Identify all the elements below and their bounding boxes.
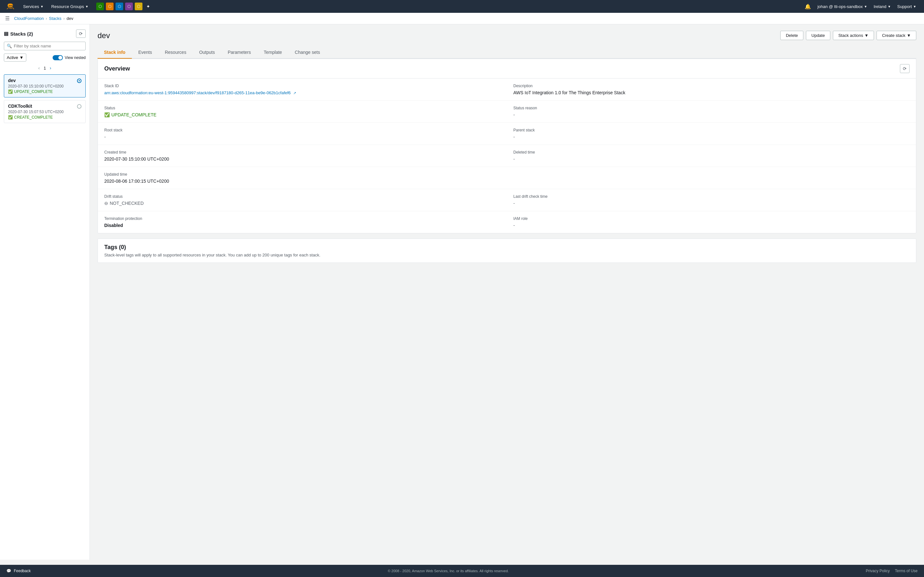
services-menu[interactable]: Services ▼ xyxy=(21,4,46,9)
status-reason-value: - xyxy=(513,112,909,117)
root-stack-value: - xyxy=(104,134,501,139)
tags-section: Tags (0) Stack-level tags will apply to … xyxy=(97,239,916,263)
region-menu[interactable]: Ireland ▼ xyxy=(871,4,893,9)
stack-item-cdktoolkit[interactable]: CDKToolkit 2020-07-30 15:07:53 UTC+0200 … xyxy=(4,100,86,123)
termination-cell: Termination protection Disabled xyxy=(98,211,507,233)
quick-icon-2[interactable]: ⬡ xyxy=(106,3,113,10)
tab-events[interactable]: Events xyxy=(132,47,158,59)
tab-change-sets[interactable]: Change sets xyxy=(288,47,326,59)
overview-refresh-button[interactable]: ⟳ xyxy=(900,64,909,73)
notification-bell-icon[interactable]: 🔔 xyxy=(804,3,811,10)
footer-links: Privacy Policy Terms of Use xyxy=(866,569,918,573)
user-menu[interactable]: johan @ tti-ops-sandbox ▼ xyxy=(815,4,870,9)
breadcrumb-cloudformation[interactable]: CloudFormation xyxy=(14,16,44,21)
drift-status-value: ⊖ NOT_CHECKED xyxy=(104,201,501,206)
update-button[interactable]: Update xyxy=(806,31,830,40)
filter-bar: Active ▼ View nested xyxy=(4,53,86,61)
termination-label: Termination protection xyxy=(104,216,501,221)
terms-of-use-link[interactable]: Terms of Use xyxy=(895,569,918,573)
iam-role-label: IAM role xyxy=(513,216,909,221)
stack-item-dev-name: dev xyxy=(8,78,74,83)
quick-icon-5[interactable]: ⬡ xyxy=(135,3,142,10)
prev-page-button[interactable]: ‹ xyxy=(37,65,41,71)
resource-groups-menu[interactable]: Resource Groups ▼ xyxy=(49,4,91,9)
update-complete-icon: ✅ xyxy=(8,89,13,94)
overview-title: Overview xyxy=(104,65,130,72)
status-filter-dropdown[interactable]: Active ▼ xyxy=(4,53,26,61)
parent-stack-value: - xyxy=(513,134,909,139)
create-stack-button[interactable]: Create stack ▼ xyxy=(877,31,916,40)
page-title: dev xyxy=(97,31,110,40)
created-time-value: 2020-07-30 15:10:00 UTC+0200 xyxy=(104,156,501,161)
overview-panel: Overview ⟳ Stack ID arn:aws:cloudformati… xyxy=(97,59,916,234)
tags-title: Tags (0) xyxy=(104,244,909,251)
status-check-icon: ✅ xyxy=(104,112,110,117)
status-cell: Status ✅ UPDATE_COMPLETE xyxy=(98,101,507,123)
main-layout: ▤ Stacks (2) ⟳ 🔍 Active ▼ View nested ‹ … xyxy=(0,24,924,576)
services-chevron: ▼ xyxy=(40,5,44,8)
top-navigation: aws Services ▼ Resource Groups ▼ ⬡ ⬡ ⬡ ⬡… xyxy=(0,0,924,13)
updated-time-value: 2020-08-06 17:00:15 UTC+0200 xyxy=(104,179,501,184)
aws-logo[interactable]: aws xyxy=(5,1,15,11)
updated-time-label: Updated time xyxy=(104,172,501,177)
info-grid: Stack ID arn:aws:cloudformation:eu-west-… xyxy=(98,79,916,233)
drift-status-cell: Drift status ⊖ NOT_CHECKED xyxy=(98,189,507,211)
sidebar-toggle-icon[interactable]: ☰ xyxy=(5,15,10,21)
status-reason-cell: Status reason - xyxy=(507,101,916,123)
sidebar-title: ▤ Stacks (2) xyxy=(4,31,33,37)
stack-item-dev[interactable]: dev 2020-07-30 15:10:00 UTC+0200 ✅ UPDAT… xyxy=(4,74,86,97)
deleted-time-value: - xyxy=(513,156,909,161)
pagination: ‹ 1 › xyxy=(4,65,86,71)
updated-time-empty xyxy=(507,167,916,189)
search-box[interactable]: 🔍 xyxy=(4,42,86,50)
created-time-label: Created time xyxy=(104,150,501,155)
quick-icon-3[interactable]: ⬡ xyxy=(115,3,123,10)
search-input[interactable] xyxy=(14,44,83,48)
main-content: dev Delete Update Stack actions ▼ Create… xyxy=(90,24,924,560)
quick-icon-1[interactable]: ⬡ xyxy=(96,3,104,10)
sidebar-header: ▤ Stacks (2) ⟳ xyxy=(4,29,86,38)
drift-status-label: Drift status xyxy=(104,194,501,199)
iam-role-value: - xyxy=(513,223,909,228)
delete-button[interactable]: Delete xyxy=(780,31,803,40)
tab-template[interactable]: Template xyxy=(257,47,288,59)
quick-icon-4[interactable]: ⬡ xyxy=(125,3,133,10)
user-menu-chevron: ▼ xyxy=(864,5,867,8)
panel-header: Overview ⟳ xyxy=(98,59,916,79)
tab-parameters[interactable]: Parameters xyxy=(221,47,257,59)
sidebar-refresh-button[interactable]: ⟳ xyxy=(76,29,86,38)
footer-feedback[interactable]: 💬 Feedback xyxy=(6,569,31,573)
view-nested-toggle[interactable]: View nested xyxy=(53,55,86,60)
status-reason-label: Status reason xyxy=(513,106,909,110)
bookmark-icon[interactable]: ✦ xyxy=(144,3,152,10)
privacy-policy-link[interactable]: Privacy Policy xyxy=(866,569,890,573)
next-page-button[interactable]: › xyxy=(48,65,53,71)
tab-outputs[interactable]: Outputs xyxy=(193,47,221,59)
last-drift-value: - xyxy=(513,201,909,206)
sidebar: ▤ Stacks (2) ⟳ 🔍 Active ▼ View nested ‹ … xyxy=(0,24,90,560)
filter-chevron-icon: ▼ xyxy=(19,55,23,60)
create-stack-chevron-icon: ▼ xyxy=(907,33,911,38)
breadcrumb-sep-1: › xyxy=(46,16,47,21)
support-menu-chevron: ▼ xyxy=(913,5,916,8)
resource-groups-chevron: ▼ xyxy=(86,5,89,8)
breadcrumb-stacks[interactable]: Stacks xyxy=(49,16,61,21)
stack-id-link[interactable]: arn:aws:cloudformation:eu-west-1:9594435… xyxy=(104,90,296,95)
description-label: Description xyxy=(513,84,909,88)
breadcrumb-bar: ☰ CloudFormation › Stacks › dev xyxy=(0,13,924,24)
stack-item-cdktoolkit-name: CDKToolkit xyxy=(8,103,74,109)
stack-item-cdktoolkit-radio[interactable] xyxy=(77,104,81,109)
view-nested-toggle-switch[interactable] xyxy=(53,55,63,60)
status-label: Status xyxy=(104,106,501,110)
support-menu[interactable]: Support ▼ xyxy=(895,4,919,9)
tab-resources[interactable]: Resources xyxy=(158,47,193,59)
stack-actions-button[interactable]: Stack actions ▼ xyxy=(833,31,874,40)
action-buttons: Delete Update Stack actions ▼ Create sta… xyxy=(780,31,916,40)
stack-item-cdktoolkit-status: ✅ CREATE_COMPLETE xyxy=(8,115,74,119)
tags-description: Stack-level tags will apply to all suppo… xyxy=(104,253,909,258)
tab-stack-info[interactable]: Stack info xyxy=(97,47,132,59)
parent-stack-label: Parent stack xyxy=(513,128,909,132)
stack-item-dev-content: dev 2020-07-30 15:10:00 UTC+0200 ✅ UPDAT… xyxy=(8,78,74,94)
page-number: 1 xyxy=(44,66,46,71)
stack-item-dev-radio[interactable] xyxy=(77,79,81,83)
